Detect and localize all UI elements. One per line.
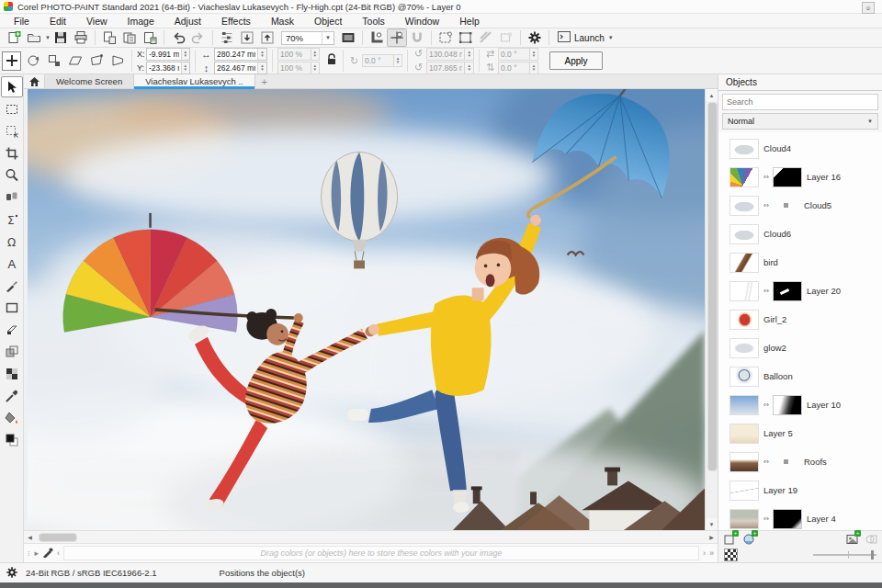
rectangle-tool[interactable] <box>1 297 23 318</box>
layer-name[interactable]: Cloud5 <box>804 200 831 210</box>
mask-transform-tool[interactable] <box>1 120 23 141</box>
guidelines-button[interactable] <box>387 28 407 47</box>
menu-adjust[interactable]: Adjust <box>164 14 211 28</box>
menu-file[interactable]: File <box>4 14 40 28</box>
scroll-up-arrow[interactable]: ▲ <box>706 89 718 101</box>
home-tab-icon[interactable] <box>24 74 45 88</box>
menu-effects[interactable]: Effects <box>211 14 261 28</box>
layer-row[interactable]: bird <box>718 248 882 277</box>
layer-row[interactable]: ‹·›Layer 10 <box>718 390 882 419</box>
layer-thumbnail[interactable] <box>729 281 759 301</box>
layer-thumbnail[interactable] <box>729 338 759 358</box>
acquire-image-button[interactable] <box>217 28 237 47</box>
palette-end-icon[interactable]: » <box>709 548 714 558</box>
new-object-button[interactable]: + <box>723 533 736 545</box>
clip-mask-link-icon[interactable]: ‹·› <box>763 401 768 409</box>
palette-scroll-left-icon[interactable]: ▸ <box>35 548 40 558</box>
layer-name[interactable]: Layer 5 <box>763 428 793 438</box>
layer-row[interactable]: ‹·›Cloud5 <box>718 191 882 220</box>
layer-name[interactable]: Roofs <box>804 457 827 467</box>
pick-tool[interactable] <box>1 76 23 97</box>
account-icon[interactable]: ☺ <box>862 2 875 14</box>
menu-tools[interactable]: Tools <box>352 14 395 28</box>
scroll-left-arrow[interactable]: ◀ <box>24 531 36 542</box>
new-tab-button[interactable]: + <box>255 74 274 88</box>
layer-row[interactable]: Cloud6 <box>718 220 882 248</box>
layer-thumbnail[interactable] <box>729 253 759 273</box>
clone-tool[interactable] <box>1 187 23 208</box>
paint-tool[interactable] <box>1 275 23 296</box>
tab-viacheslav-lukasevych-[interactable]: Viacheslav Lukasevych .. <box>134 74 255 88</box>
mask-marquee-button[interactable] <box>435 28 456 47</box>
layer-thumbnail[interactable] <box>729 424 759 444</box>
clip-mask-thumbnail[interactable] <box>773 281 802 301</box>
object-transparency-tool[interactable] <box>1 341 23 362</box>
object-transparency-icon[interactable] <box>724 548 738 561</box>
clip-mask-thumbnail[interactable] <box>773 395 802 415</box>
layer-row[interactable]: Cloud4 <box>718 134 882 163</box>
scroll-right-arrow[interactable]: ▶ <box>706 531 718 542</box>
merge-mode-dropdown[interactable]: Normal ▼ <box>722 113 878 130</box>
object-marquee-button[interactable] <box>456 28 476 47</box>
fill-tool[interactable] <box>1 407 23 428</box>
rectangle-mask-tool[interactable] <box>1 98 23 119</box>
layer-thumbnail[interactable] <box>729 310 759 330</box>
clip-mask-thumbnail[interactable] <box>773 509 802 529</box>
new-document-button[interactable] <box>4 28 24 47</box>
menu-mask[interactable]: Mask <box>261 14 304 28</box>
transparency-tool[interactable] <box>1 363 23 384</box>
import-button[interactable] <box>237 28 257 47</box>
clip-mask-link-icon[interactable]: ‹·› <box>763 173 768 181</box>
crop-tool[interactable] <box>1 142 23 164</box>
clip-mask-thumbnail[interactable] <box>773 167 802 187</box>
menu-object[interactable]: Object <box>304 14 352 28</box>
palette-drag-handle[interactable]: ⁝ <box>28 549 31 558</box>
options-gear-button[interactable] <box>525 28 545 47</box>
layer-row[interactable]: ‹·›Layer 16 <box>718 163 882 191</box>
undo-button[interactable] <box>168 28 188 47</box>
layer-name[interactable]: Cloud4 <box>763 143 791 153</box>
menu-edit[interactable]: Edit <box>40 14 76 28</box>
image-canvas[interactable] <box>24 89 705 530</box>
skew-mode-button[interactable] <box>65 51 85 71</box>
layer-name[interactable]: Balloon <box>763 371 793 381</box>
layer-row[interactable]: Balloon <box>718 362 882 390</box>
layer-thumbnail[interactable] <box>729 452 759 472</box>
text-tool[interactable]: A <box>1 253 23 274</box>
combine-objects-button[interactable] <box>865 533 877 545</box>
layer-thumbnail[interactable] <box>729 139 759 159</box>
lock-ratio-icon[interactable] <box>325 52 338 69</box>
clip-mask-thumbnail[interactable] <box>784 459 788 464</box>
eraser-tool[interactable] <box>1 319 23 340</box>
layer-name[interactable]: glow2 <box>763 343 786 353</box>
layer-thumbnail[interactable] <box>729 395 759 415</box>
layer-thumbnail[interactable] <box>729 481 759 501</box>
menu-help[interactable]: Help <box>449 14 490 28</box>
position-mode-button[interactable] <box>2 51 21 71</box>
layer-row[interactable]: ‹·›Roofs <box>718 447 882 476</box>
layer-row[interactable]: glow2 <box>718 334 882 362</box>
print-button[interactable] <box>71 28 91 47</box>
clip-mask-link-icon[interactable]: ‹·› <box>763 287 768 295</box>
layer-thumbnail[interactable] <box>729 367 759 387</box>
x-position-field[interactable]: ▲▼ <box>146 48 190 61</box>
scale-mode-button[interactable] <box>44 51 63 71</box>
palette-well[interactable]: Drag colors (or objects) here to store t… <box>63 546 699 560</box>
touch-up-tool[interactable]: Ω <box>1 231 23 252</box>
launch-dropdown[interactable]: Launch▼ <box>557 29 614 46</box>
save-button[interactable] <box>51 28 71 47</box>
y-position-field[interactable]: ▲▼ <box>146 62 190 74</box>
layer-search-field[interactable] <box>722 94 878 110</box>
palette-next-icon[interactable]: › <box>703 548 706 558</box>
apply-button[interactable]: Apply <box>549 51 603 70</box>
new-object-from-mask-button[interactable]: + <box>845 533 858 545</box>
full-screen-preview-button[interactable] <box>338 28 358 47</box>
status-gear-icon[interactable] <box>6 566 18 581</box>
distort-mode-button[interactable] <box>86 51 106 71</box>
snap-button[interactable] <box>407 28 427 47</box>
layer-thumbnail[interactable] <box>729 167 759 187</box>
layer-thumbnail[interactable] <box>729 509 759 529</box>
width-field[interactable]: ▲▼ <box>214 48 267 61</box>
duplicate-button[interactable] <box>119 28 140 47</box>
height-field[interactable]: ▲▼ <box>214 62 267 74</box>
